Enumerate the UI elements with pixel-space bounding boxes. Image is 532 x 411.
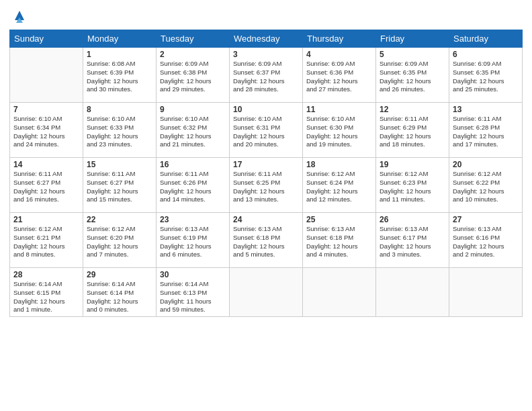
day-info: Sunrise: 6:12 AM Sunset: 6:20 PM Dayligh… <box>87 225 152 259</box>
day-info: Sunrise: 6:10 AM Sunset: 6:34 PM Dayligh… <box>13 115 79 149</box>
day-info: Sunrise: 6:12 AM Sunset: 6:22 PM Dayligh… <box>453 170 519 204</box>
day-number: 6 <box>453 50 519 59</box>
weekday-header-wednesday: Wednesday <box>230 30 303 48</box>
week-row-3: 14Sunrise: 6:11 AM Sunset: 6:27 PM Dayli… <box>10 158 523 213</box>
calendar-cell: 29Sunrise: 6:14 AM Sunset: 6:14 PM Dayli… <box>83 268 157 317</box>
logo <box>9 8 27 23</box>
calendar-cell: 26Sunrise: 6:13 AM Sunset: 6:17 PM Dayli… <box>376 213 449 268</box>
day-info: Sunrise: 6:11 AM Sunset: 6:28 PM Dayligh… <box>453 115 519 149</box>
day-info: Sunrise: 6:12 AM Sunset: 6:21 PM Dayligh… <box>13 225 79 259</box>
day-number: 10 <box>233 105 299 114</box>
day-info: Sunrise: 6:10 AM Sunset: 6:32 PM Dayligh… <box>160 115 226 149</box>
calendar-cell: 25Sunrise: 6:13 AM Sunset: 6:18 PM Dayli… <box>303 213 376 268</box>
week-row-4: 21Sunrise: 6:12 AM Sunset: 6:21 PM Dayli… <box>10 213 523 268</box>
weekday-header-tuesday: Tuesday <box>157 30 230 48</box>
day-info: Sunrise: 6:08 AM Sunset: 6:39 PM Dayligh… <box>87 60 152 94</box>
day-info: Sunrise: 6:11 AM Sunset: 6:25 PM Dayligh… <box>233 170 299 204</box>
day-number: 14 <box>13 160 79 169</box>
calendar-cell: 17Sunrise: 6:11 AM Sunset: 6:25 PM Dayli… <box>230 158 303 213</box>
day-number: 19 <box>380 160 445 169</box>
day-number: 1 <box>87 50 152 59</box>
calendar-cell: 7Sunrise: 6:10 AM Sunset: 6:34 PM Daylig… <box>10 103 83 158</box>
calendar-cell: 15Sunrise: 6:11 AM Sunset: 6:27 PM Dayli… <box>83 158 157 213</box>
day-info: Sunrise: 6:13 AM Sunset: 6:17 PM Dayligh… <box>380 225 445 259</box>
day-number: 9 <box>160 105 226 114</box>
calendar-cell <box>376 268 449 317</box>
day-info: Sunrise: 6:12 AM Sunset: 6:24 PM Dayligh… <box>306 170 372 204</box>
calendar-cell <box>449 268 523 317</box>
day-info: Sunrise: 6:13 AM Sunset: 6:19 PM Dayligh… <box>160 225 226 259</box>
week-row-1: 1Sunrise: 6:08 AM Sunset: 6:39 PM Daylig… <box>10 48 523 103</box>
day-number: 17 <box>233 160 299 169</box>
day-number: 27 <box>453 215 519 224</box>
day-info: Sunrise: 6:13 AM Sunset: 6:18 PM Dayligh… <box>306 225 372 259</box>
day-number: 4 <box>306 50 372 59</box>
day-number: 29 <box>87 270 152 279</box>
calendar-cell: 9Sunrise: 6:10 AM Sunset: 6:32 PM Daylig… <box>157 103 230 158</box>
day-info: Sunrise: 6:11 AM Sunset: 6:27 PM Dayligh… <box>87 170 152 204</box>
day-number: 13 <box>453 105 519 114</box>
weekday-header-row: SundayMondayTuesdayWednesdayThursdayFrid… <box>10 30 523 48</box>
day-info: Sunrise: 6:09 AM Sunset: 6:36 PM Dayligh… <box>306 60 372 94</box>
day-info: Sunrise: 6:12 AM Sunset: 6:23 PM Dayligh… <box>380 170 445 204</box>
calendar-cell: 20Sunrise: 6:12 AM Sunset: 6:22 PM Dayli… <box>449 158 523 213</box>
day-number: 16 <box>160 160 226 169</box>
page-container: SundayMondayTuesdayWednesdayThursdayFrid… <box>0 0 532 322</box>
calendar-cell: 14Sunrise: 6:11 AM Sunset: 6:27 PM Dayli… <box>10 158 83 213</box>
calendar-cell: 21Sunrise: 6:12 AM Sunset: 6:21 PM Dayli… <box>10 213 83 268</box>
calendar-cell: 19Sunrise: 6:12 AM Sunset: 6:23 PM Dayli… <box>376 158 449 213</box>
day-number: 20 <box>453 160 519 169</box>
day-number: 25 <box>306 215 372 224</box>
day-number: 2 <box>160 50 226 59</box>
calendar-cell: 3Sunrise: 6:09 AM Sunset: 6:37 PM Daylig… <box>230 48 303 103</box>
calendar-cell: 28Sunrise: 6:14 AM Sunset: 6:15 PM Dayli… <box>10 268 83 317</box>
day-number: 5 <box>380 50 445 59</box>
header <box>9 8 523 23</box>
calendar-cell: 13Sunrise: 6:11 AM Sunset: 6:28 PM Dayli… <box>449 103 523 158</box>
calendar-cell <box>303 268 376 317</box>
day-info: Sunrise: 6:13 AM Sunset: 6:16 PM Dayligh… <box>453 225 519 259</box>
day-info: Sunrise: 6:11 AM Sunset: 6:29 PM Dayligh… <box>380 115 445 149</box>
day-number: 23 <box>160 215 226 224</box>
calendar-cell: 18Sunrise: 6:12 AM Sunset: 6:24 PM Dayli… <box>303 158 376 213</box>
calendar-cell: 6Sunrise: 6:09 AM Sunset: 6:35 PM Daylig… <box>449 48 523 103</box>
week-row-5: 28Sunrise: 6:14 AM Sunset: 6:15 PM Dayli… <box>10 268 523 317</box>
calendar-cell: 5Sunrise: 6:09 AM Sunset: 6:35 PM Daylig… <box>376 48 449 103</box>
calendar-cell: 11Sunrise: 6:10 AM Sunset: 6:30 PM Dayli… <box>303 103 376 158</box>
calendar-cell: 24Sunrise: 6:13 AM Sunset: 6:18 PM Dayli… <box>230 213 303 268</box>
weekday-header-saturday: Saturday <box>449 30 523 48</box>
calendar-cell: 1Sunrise: 6:08 AM Sunset: 6:39 PM Daylig… <box>83 48 157 103</box>
day-number: 21 <box>13 215 79 224</box>
day-number: 18 <box>306 160 372 169</box>
weekday-header-monday: Monday <box>83 30 157 48</box>
calendar-cell: 8Sunrise: 6:10 AM Sunset: 6:33 PM Daylig… <box>83 103 157 158</box>
weekday-header-thursday: Thursday <box>303 30 376 48</box>
day-info: Sunrise: 6:14 AM Sunset: 6:15 PM Dayligh… <box>13 280 79 314</box>
day-info: Sunrise: 6:14 AM Sunset: 6:14 PM Dayligh… <box>87 280 152 314</box>
day-info: Sunrise: 6:09 AM Sunset: 6:38 PM Dayligh… <box>160 60 226 94</box>
calendar-cell: 30Sunrise: 6:14 AM Sunset: 6:13 PM Dayli… <box>157 268 230 317</box>
day-info: Sunrise: 6:10 AM Sunset: 6:33 PM Dayligh… <box>87 115 152 149</box>
calendar-table: SundayMondayTuesdayWednesdayThursdayFrid… <box>9 30 523 317</box>
weekday-header-friday: Friday <box>376 30 449 48</box>
day-info: Sunrise: 6:09 AM Sunset: 6:35 PM Dayligh… <box>453 60 519 94</box>
weekday-header-sunday: Sunday <box>10 30 83 48</box>
day-info: Sunrise: 6:14 AM Sunset: 6:13 PM Dayligh… <box>160 280 226 314</box>
day-number: 7 <box>13 105 79 114</box>
day-number: 3 <box>233 50 299 59</box>
calendar-cell: 23Sunrise: 6:13 AM Sunset: 6:19 PM Dayli… <box>157 213 230 268</box>
day-number: 15 <box>87 160 152 169</box>
day-number: 24 <box>233 215 299 224</box>
day-number: 22 <box>87 215 152 224</box>
day-info: Sunrise: 6:10 AM Sunset: 6:30 PM Dayligh… <box>306 115 372 149</box>
calendar-cell: 16Sunrise: 6:11 AM Sunset: 6:26 PM Dayli… <box>157 158 230 213</box>
calendar-cell: 10Sunrise: 6:10 AM Sunset: 6:31 PM Dayli… <box>230 103 303 158</box>
calendar-cell: 22Sunrise: 6:12 AM Sunset: 6:20 PM Dayli… <box>83 213 157 268</box>
day-info: Sunrise: 6:09 AM Sunset: 6:37 PM Dayligh… <box>233 60 299 94</box>
day-number: 11 <box>306 105 372 114</box>
day-info: Sunrise: 6:11 AM Sunset: 6:26 PM Dayligh… <box>160 170 226 204</box>
day-number: 26 <box>380 215 445 224</box>
day-info: Sunrise: 6:10 AM Sunset: 6:31 PM Dayligh… <box>233 115 299 149</box>
day-number: 8 <box>87 105 152 114</box>
day-info: Sunrise: 6:09 AM Sunset: 6:35 PM Dayligh… <box>380 60 445 94</box>
